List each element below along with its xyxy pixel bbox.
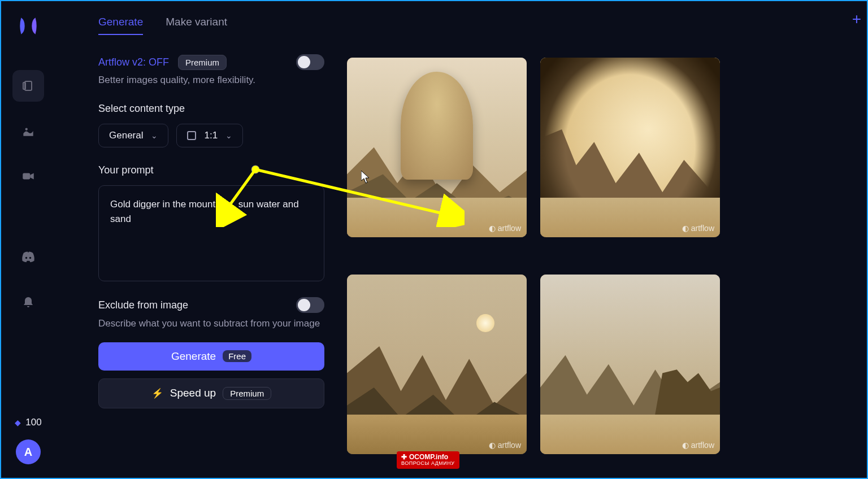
credits-value: 100 bbox=[25, 417, 41, 428]
chevron-down-icon: ⌄ bbox=[225, 131, 232, 140]
app-logo bbox=[15, 12, 42, 40]
add-button[interactable]: + bbox=[852, 10, 861, 28]
premium-badge: Premium bbox=[223, 387, 271, 400]
artflow-v2-description: Better images quality, more flexibility. bbox=[98, 75, 324, 86]
premium-badge: Premium bbox=[178, 55, 227, 70]
gem-icon: ◆ bbox=[15, 418, 21, 427]
bolt-icon: ⚡ bbox=[151, 387, 163, 399]
sidebar-item-discord[interactable] bbox=[12, 242, 44, 273]
watermark: ◐ artflow bbox=[489, 441, 521, 450]
exclude-description: Describe what you want to subtract from … bbox=[98, 316, 324, 331]
speed-up-button[interactable]: ⚡ Speed up Premium bbox=[98, 378, 324, 408]
sidebar: ◆ 100 A bbox=[1, 1, 55, 478]
svg-point-2 bbox=[25, 128, 28, 130]
sidebar-item-video[interactable] bbox=[12, 160, 44, 192]
free-badge: Free bbox=[223, 350, 251, 362]
sidebar-item-notifications[interactable] bbox=[12, 287, 44, 319]
watermark: ◐ artflow bbox=[489, 224, 521, 233]
content-type-select[interactable]: General ⌄ bbox=[98, 124, 168, 147]
result-image-2[interactable]: ◐ artflow bbox=[540, 58, 720, 237]
result-image-4[interactable]: ◐ artflow bbox=[540, 275, 720, 454]
user-avatar[interactable]: A bbox=[16, 439, 41, 464]
prompt-label: Your prompt bbox=[98, 164, 324, 176]
aspect-ratio-select[interactable]: 1:1 ⌄ bbox=[176, 124, 243, 147]
chevron-down-icon: ⌄ bbox=[151, 131, 158, 140]
credits-display: ◆ 100 bbox=[15, 417, 41, 428]
square-icon bbox=[187, 131, 196, 140]
mode-tabs: Generate Make variant bbox=[98, 16, 324, 35]
prompt-input[interactable] bbox=[98, 185, 324, 281]
generate-button[interactable]: Generate Free bbox=[98, 342, 324, 371]
sidebar-item-gallery[interactable] bbox=[12, 115, 44, 147]
tab-make-variant[interactable]: Make variant bbox=[166, 16, 227, 35]
results-gallery: ◐ artflow ◐ artflow ◐ artflow bbox=[347, 16, 754, 478]
sidebar-item-1[interactable] bbox=[12, 70, 44, 102]
controls-panel: Generate Make variant Artflow v2: OFF Pr… bbox=[98, 16, 324, 478]
attribution-badge: ✚ OCOMP.info ВОПРОСЫ АДМИНУ bbox=[397, 451, 459, 469]
result-image-1[interactable]: ◐ artflow bbox=[347, 58, 527, 237]
tab-generate[interactable]: Generate bbox=[98, 16, 143, 35]
artflow-v2-label: Artflow v2: OFF bbox=[98, 56, 169, 68]
exclude-toggle[interactable] bbox=[296, 297, 324, 313]
result-image-3[interactable]: ◐ artflow bbox=[347, 275, 527, 454]
svg-rect-3 bbox=[23, 173, 30, 180]
content-type-label: Select content type bbox=[98, 103, 324, 115]
exclude-label: Exclude from image bbox=[98, 299, 188, 311]
watermark: ◐ artflow bbox=[682, 224, 714, 233]
watermark: ◐ artflow bbox=[682, 441, 714, 450]
artflow-v2-toggle[interactable] bbox=[296, 54, 324, 70]
